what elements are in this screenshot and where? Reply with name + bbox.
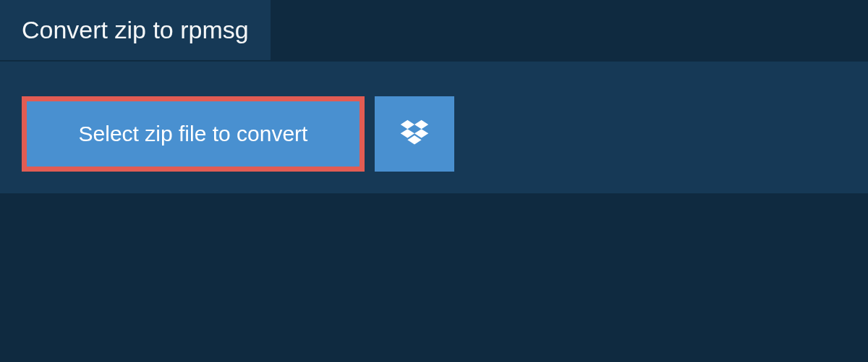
svg-marker-1 (414, 120, 428, 129)
svg-marker-4 (407, 135, 421, 144)
svg-marker-0 (401, 120, 414, 129)
dropbox-icon (399, 118, 430, 150)
select-file-label: Select zip file to convert (79, 122, 308, 146)
actions-row: Select zip file to convert (0, 75, 868, 172)
svg-marker-3 (414, 129, 428, 138)
tab-label: Convert zip to rpmsg (22, 16, 249, 43)
converter-panel: Convert zip to rpmsg Select zip file to … (0, 62, 868, 193)
select-file-highlight: Select zip file to convert (22, 96, 365, 172)
select-file-button[interactable]: Select zip file to convert (27, 101, 359, 167)
tab-convert-zip-to-rpmsg[interactable]: Convert zip to rpmsg (0, 0, 271, 60)
svg-marker-2 (401, 129, 414, 138)
dropbox-button[interactable] (375, 96, 454, 172)
